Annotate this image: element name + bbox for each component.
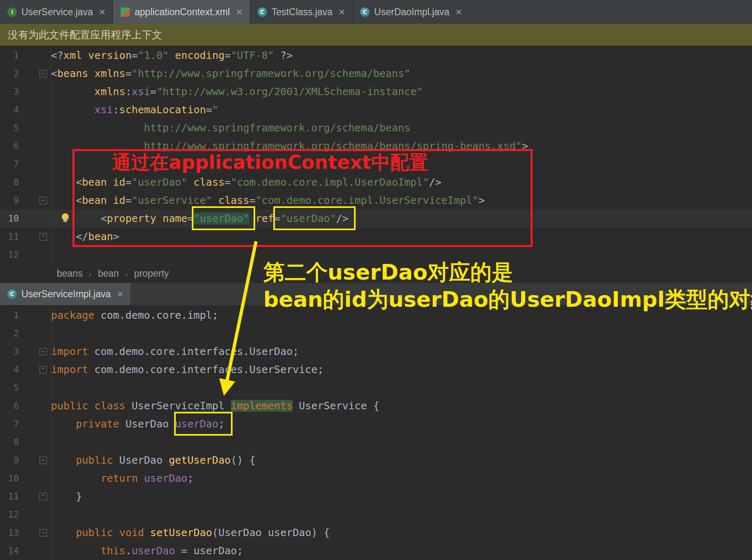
code-token: =	[126, 68, 132, 79]
line-number[interactable]: 4	[0, 101, 19, 119]
code-line[interactable]: 7 private UserDao userDao;	[0, 415, 752, 433]
line-number[interactable]: 14	[0, 542, 19, 560]
line-number[interactable]: 2	[0, 65, 19, 83]
tab-userservice-java[interactable]: I UserService.java ×	[0, 0, 113, 24]
code-token: xmlns	[94, 68, 125, 79]
line-number[interactable]: 6	[0, 137, 19, 155]
line-number[interactable]: 7	[0, 155, 19, 173]
code-line[interactable]: 5 http://www.springframework.org/schema/…	[0, 119, 752, 137]
tab-userdaoimpl-java[interactable]: C UserDaoImpl.java ×	[353, 0, 470, 24]
ide-window: { "top_tabs": [ { "label": "UserService.…	[0, 0, 752, 560]
code-text	[51, 433, 752, 451]
code-line[interactable]: 9− <bean id="userService" class="com.dem…	[0, 191, 752, 210]
gutter-fold-column: −	[19, 65, 51, 83]
close-icon[interactable]: ×	[456, 7, 462, 17]
close-icon[interactable]: ×	[117, 289, 123, 299]
breadcrumb-separator: ›	[89, 269, 92, 279]
line-number[interactable]: 12	[0, 506, 19, 524]
fold-end-icon[interactable]: ⌃	[40, 366, 47, 373]
line-number[interactable]: 4	[0, 361, 19, 379]
code-token: >	[113, 231, 119, 243]
fold-collapse-icon[interactable]: −	[40, 70, 47, 77]
code-token: class	[218, 194, 249, 206]
gutter-fold-column: −	[19, 343, 51, 361]
code-token: "userDao"	[132, 176, 187, 188]
fold-end-icon[interactable]: ⌃	[40, 233, 47, 240]
line-number[interactable]: 5	[0, 119, 19, 137]
code-line[interactable]: 11⌃ }	[0, 488, 752, 506]
code-line[interactable]: 12	[0, 506, 752, 524]
line-number[interactable]: 10	[0, 469, 19, 488]
line-number[interactable]: 11	[0, 228, 19, 246]
code-line[interactable]: 4⌃import com.demo.core.interfaces.UserSe…	[0, 361, 752, 379]
line-number[interactable]: 11	[0, 488, 19, 506]
code-line[interactable]: 12	[0, 246, 752, 264]
code-line[interactable]: 4 xsi:schemaLocation="	[0, 101, 752, 119]
code-line[interactable]: 3 xmlns:xsi="http://www.w3.org/2001/XMLS…	[0, 83, 752, 101]
line-number[interactable]: 8	[0, 173, 19, 191]
code-line[interactable]: 10 <property name="userDao" ref="userDao…	[0, 210, 752, 228]
code-line[interactable]: 11⌃ </bean>	[0, 228, 752, 246]
breadcrumb-item-bean[interactable]: bean	[98, 268, 119, 279]
tab-label: UserServiceImpl.java	[21, 289, 111, 300]
fold-collapse-icon[interactable]: −	[40, 348, 47, 355]
code-line[interactable]: 6 http://www.springframework.org/schema/…	[0, 137, 752, 155]
close-icon[interactable]: ×	[339, 7, 345, 17]
code-token: ;	[218, 418, 224, 430]
code-text: import com.demo.core.interfaces.UserServ…	[51, 361, 752, 379]
line-number[interactable]: 9	[0, 451, 19, 469]
code-token: <	[76, 176, 82, 188]
code-token: com.demo.core.interfaces.UserDao;	[94, 345, 299, 357]
code-line[interactable]: 10 return userDao;	[0, 469, 752, 488]
breadcrumb-item-property[interactable]: property	[134, 268, 169, 279]
line-number[interactable]: 1	[0, 47, 19, 65]
gutter-fold-column	[19, 246, 51, 264]
code-line[interactable]: 1<?xml version="1.0" encoding="UTF-8" ?>	[0, 47, 752, 65]
tab-applicationcontext-xml[interactable]: applicationContext.xml ×	[113, 0, 250, 24]
close-icon[interactable]: ×	[236, 7, 242, 17]
line-number[interactable]: 8	[0, 433, 19, 451]
line-number[interactable]: 7	[0, 415, 19, 433]
code-token: implements	[231, 400, 293, 412]
code-line[interactable]: 13− public void setUserDao(UserDao userD…	[0, 524, 752, 542]
code-line[interactable]: 2	[0, 324, 752, 343]
breadcrumb-item-beans[interactable]: beans	[57, 268, 83, 279]
code-line[interactable]: 1package com.demo.core.impl;	[0, 306, 752, 324]
code-text: public UserDao getUserDao() {	[51, 451, 752, 469]
tab-testclass-java[interactable]: C TestClass.java ×	[250, 0, 353, 24]
line-number[interactable]: 2	[0, 324, 19, 343]
close-icon[interactable]: ×	[99, 7, 105, 17]
line-number[interactable]: 9	[0, 191, 19, 210]
line-number[interactable]: 13	[0, 524, 19, 542]
code-line[interactable]: 3−import com.demo.core.interfaces.UserDa…	[0, 343, 752, 361]
code-token: "userDao"	[280, 212, 336, 224]
line-number[interactable]: 3	[0, 343, 19, 361]
line-number[interactable]: 3	[0, 83, 19, 101]
fold-collapse-icon[interactable]: −	[40, 197, 47, 204]
fold-end-icon[interactable]: ⌃	[40, 493, 47, 500]
code-line[interactable]: 9− public UserDao getUserDao() {	[0, 451, 752, 469]
line-number[interactable]: 5	[0, 379, 19, 397]
code-token: UserDao	[126, 418, 175, 430]
intention-bulb-icon[interactable]	[62, 213, 69, 220]
code-text	[51, 155, 752, 173]
code-line[interactable]: 6public class UserServiceImpl implements…	[0, 397, 752, 415]
line-number[interactable]: 6	[0, 397, 19, 415]
code-line[interactable]: 5	[0, 379, 752, 397]
class-icon: C	[7, 289, 17, 299]
code-line[interactable]: 2−<beans xmlns="http://www.springframewo…	[0, 65, 752, 83]
fold-collapse-icon[interactable]: −	[40, 529, 47, 537]
tab-userserviceimpl-java[interactable]: C UserServiceImpl.java ×	[0, 283, 131, 305]
code-line[interactable]: 7	[0, 155, 752, 173]
code-token	[51, 194, 76, 206]
line-number[interactable]: 1	[0, 306, 19, 324]
gutter-fold-column	[19, 542, 51, 560]
line-number[interactable]: 10	[0, 210, 19, 228]
code-token: import	[51, 364, 94, 376]
fold-collapse-icon[interactable]: −	[40, 457, 47, 464]
editor-tab-bar-bottom: C UserServiceImpl.java ×	[0, 283, 752, 305]
code-line[interactable]: 8 <bean id="userDao" class="com.demo.cor…	[0, 173, 752, 191]
code-line[interactable]: 8	[0, 433, 752, 451]
line-number[interactable]: 12	[0, 246, 19, 264]
code-line[interactable]: 14 this.userDao = userDao;	[0, 542, 752, 560]
